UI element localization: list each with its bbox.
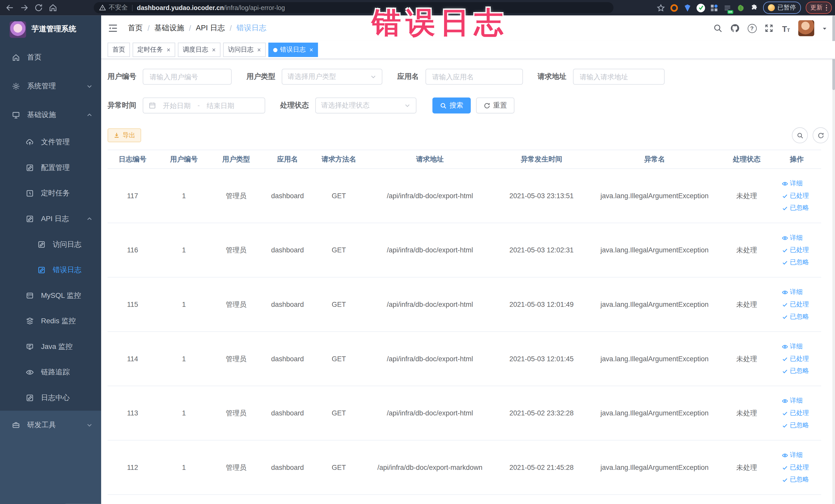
eye-icon [782, 180, 788, 187]
detail-link[interactable]: 详细 [782, 342, 803, 351]
sidebar-item-system-mgmt[interactable]: 系统管理 [0, 72, 101, 101]
cell-exception-name: java.lang.IllegalArgumentException [588, 386, 721, 440]
mark-ignored-link[interactable]: 已忽略 [782, 204, 809, 213]
sidebar-item-api-log[interactable]: API 日志 [0, 206, 101, 232]
detail-link[interactable]: 详细 [782, 287, 803, 297]
chevron-up-icon [86, 112, 93, 118]
header-actions: ? TT [713, 15, 828, 41]
ext-grid-icon[interactable] [710, 3, 718, 12]
back-icon[interactable] [5, 3, 14, 12]
request-url-input[interactable] [573, 69, 664, 85]
mark-processed-link[interactable]: 已处理 [782, 408, 809, 418]
reset-button[interactable]: 重置 [476, 98, 514, 114]
download-icon [114, 132, 120, 139]
sidebar-item-java-monitor[interactable]: Java 监控 [0, 334, 101, 360]
exception-time-range-picker[interactable]: - [143, 98, 265, 114]
sidebar-item-dev-tools[interactable]: 研发工具 [0, 411, 101, 440]
sidebar-item-access-log[interactable]: 访问日志 [0, 231, 101, 257]
fullscreen-icon[interactable] [764, 23, 774, 33]
tab-error-log[interactable]: 错误日志× [268, 43, 318, 57]
detail-link[interactable]: 详细 [782, 397, 803, 405]
browser-menu-icon[interactable] [826, 5, 827, 11]
font-size-icon[interactable]: TT [781, 23, 791, 33]
reload-icon[interactable] [34, 3, 43, 12]
row-actions: 详细 已处理 已忽略 [774, 450, 819, 484]
active-tab-dot [273, 48, 278, 52]
mark-processed-link[interactable]: 已处理 [782, 354, 809, 363]
caret-down-icon[interactable] [822, 25, 828, 31]
github-icon[interactable] [730, 23, 739, 33]
cell-method: GET [313, 169, 365, 223]
sidebar-item-trace[interactable]: 链路追踪 [0, 360, 101, 385]
detail-link[interactable]: 详细 [782, 450, 803, 460]
url-path: /infra/log/api-error-log [224, 4, 285, 12]
mark-processed-link[interactable]: 已处理 [782, 463, 809, 472]
mark-processed-link[interactable]: 已处理 [782, 191, 809, 200]
breadcrumb-api-log[interactable]: API 日志 [196, 23, 225, 33]
sidebar-item-error-log[interactable]: 错误日志 [0, 257, 101, 283]
close-icon[interactable]: × [257, 46, 261, 54]
paused-extension-badge[interactable]: 已暂停 [763, 2, 801, 14]
address-bar[interactable]: 不安全 dashboard.yudao.iocoder.cn /infra/lo… [94, 2, 613, 13]
cell-app-name: dashboard [262, 223, 313, 277]
export-button[interactable]: 导出 [107, 128, 141, 142]
breadcrumb-infrastructure[interactable]: 基础设施 [154, 23, 184, 33]
sidebar-collapse-icon[interactable] [107, 23, 118, 33]
search-icon[interactable] [713, 23, 722, 33]
search-button[interactable]: 搜索 [432, 98, 471, 114]
chrome-update-button[interactable]: 更新 [806, 2, 832, 14]
check-icon [782, 314, 788, 320]
database-icon [26, 291, 34, 300]
cell-app-name: dashboard [262, 331, 313, 386]
cell-method: GET [313, 223, 365, 277]
forward-icon[interactable] [20, 3, 29, 12]
user-type-select[interactable]: 请选择用户类型 [282, 69, 382, 85]
mark-ignored-link[interactable]: 已忽略 [782, 366, 809, 375]
mark-ignored-link[interactable]: 已忽略 [782, 258, 809, 267]
mark-ignored-link[interactable]: 已忽略 [782, 475, 809, 484]
mark-processed-link[interactable]: 已处理 [782, 300, 809, 309]
close-icon[interactable]: × [212, 46, 216, 54]
tab-home[interactable]: 首页 [107, 43, 130, 57]
mark-ignored-link[interactable]: 已忽略 [782, 421, 809, 430]
sidebar-item-config-mgmt[interactable]: 配置管理 [0, 155, 101, 181]
detail-link[interactable]: 详细 [782, 234, 803, 242]
breadcrumb-home[interactable]: 首页 [128, 23, 143, 33]
help-icon[interactable]: ? [747, 23, 757, 33]
ext-leaf-icon[interactable] [736, 3, 745, 12]
tab-schedule-log[interactable]: 调度日志× [178, 43, 221, 57]
sidebar-item-file-mgmt[interactable]: 文件管理 [0, 129, 101, 155]
sidebar-item-scheduled-jobs[interactable]: 定时任务 [0, 181, 101, 206]
close-icon[interactable]: × [167, 46, 170, 54]
exception-time-label: 异常时间 [107, 101, 136, 110]
tab-scheduled-jobs[interactable]: 定时任务× [133, 43, 175, 57]
detail-link[interactable]: 详细 [782, 179, 803, 188]
extensions-puzzle-icon[interactable] [750, 3, 758, 12]
sidebar-item-infrastructure[interactable]: 基础设施 [0, 101, 101, 129]
close-icon[interactable]: × [309, 46, 313, 54]
user-id-input[interactable] [143, 69, 231, 85]
tab-access-log[interactable]: 访问日志× [223, 43, 266, 57]
home-icon[interactable] [48, 3, 58, 12]
ext-on-badge-icon[interactable]: on [723, 3, 732, 12]
sidebar-item-log-center[interactable]: 日志中心 [0, 385, 101, 411]
refresh-icon [484, 102, 490, 109]
avatar[interactable] [798, 20, 814, 36]
bookmark-star-icon[interactable] [657, 3, 665, 12]
sidebar-item-mysql-monitor[interactable]: MySQL 监控 [0, 283, 101, 309]
process-status-select[interactable]: 请选择处理状态 [315, 98, 416, 114]
mark-processed-link[interactable]: 已处理 [782, 245, 809, 255]
ext-blue-shield-icon[interactable] [683, 3, 692, 12]
ext-green-check-icon[interactable] [697, 3, 705, 12]
app-name-input[interactable] [425, 69, 523, 85]
app-logo-row[interactable]: 芋道管理系统 [0, 15, 101, 43]
filter-row-2: 异常时间 - 处理状态 请选择处理状态 [107, 98, 829, 114]
mark-ignored-link[interactable]: 已忽略 [782, 312, 809, 321]
sidebar-item-redis-monitor[interactable]: Redis 监控 [0, 308, 101, 334]
sidebar-item-home[interactable]: 首页 [0, 43, 101, 72]
refresh-table-button[interactable] [813, 127, 829, 143]
cell-app-name: dashboard [262, 277, 313, 332]
toggle-search-button[interactable] [792, 127, 808, 143]
ext-orange-ring-icon[interactable] [670, 3, 678, 12]
chevron-down-icon [370, 74, 376, 80]
